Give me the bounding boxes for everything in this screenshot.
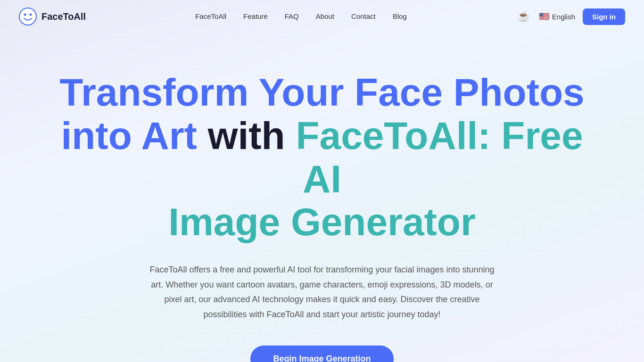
hero-section: Transform Your Face Photos into Art with… bbox=[0, 33, 644, 362]
hero-title: Transform Your Face Photos into Art with… bbox=[39, 71, 605, 244]
svg-point-2 bbox=[30, 14, 32, 16]
cta-button[interactable]: Begin Image Generation bbox=[250, 346, 393, 362]
brand-name-text: FaceToAll bbox=[41, 11, 86, 22]
nav-links: FaceToAll Feature FAQ About Contact Blog bbox=[195, 12, 407, 21]
nav-contact[interactable]: Contact bbox=[351, 12, 376, 20]
svg-point-0 bbox=[19, 8, 36, 25]
signin-button[interactable]: Sign in bbox=[583, 8, 625, 25]
brand-link[interactable]: FaceToAll bbox=[19, 8, 86, 25]
flag-icon: 🇺🇸 bbox=[539, 11, 549, 22]
navbar-right: ☕ 🇺🇸 English Sign in bbox=[516, 8, 625, 25]
svg-point-1 bbox=[24, 14, 26, 16]
hero-title-part2: into Art bbox=[61, 114, 197, 157]
brand-logo-icon bbox=[19, 8, 37, 25]
nav-blog[interactable]: Blog bbox=[393, 12, 407, 20]
hero-title-part3: with bbox=[208, 114, 296, 157]
nav-about[interactable]: About bbox=[316, 12, 334, 20]
hero-title-part4: FaceToAll: Free AI bbox=[296, 114, 583, 200]
nav-faq[interactable]: FAQ bbox=[285, 12, 299, 20]
nav-facetoall[interactable]: FaceToAll bbox=[195, 12, 226, 20]
navbar: FaceToAll FaceToAll Feature FAQ About Co… bbox=[0, 0, 644, 33]
nav-feature[interactable]: Feature bbox=[243, 12, 268, 20]
language-label: English bbox=[552, 13, 575, 21]
hero-title-part1: Transform Your Face Photos bbox=[59, 71, 584, 114]
hero-description: FaceToAll offers a free and powerful AI … bbox=[143, 263, 501, 322]
hero-title-part5: Image Generator bbox=[168, 200, 476, 243]
language-selector[interactable]: 🇺🇸 English bbox=[539, 11, 575, 22]
coffee-icon[interactable]: ☕ bbox=[516, 9, 531, 24]
